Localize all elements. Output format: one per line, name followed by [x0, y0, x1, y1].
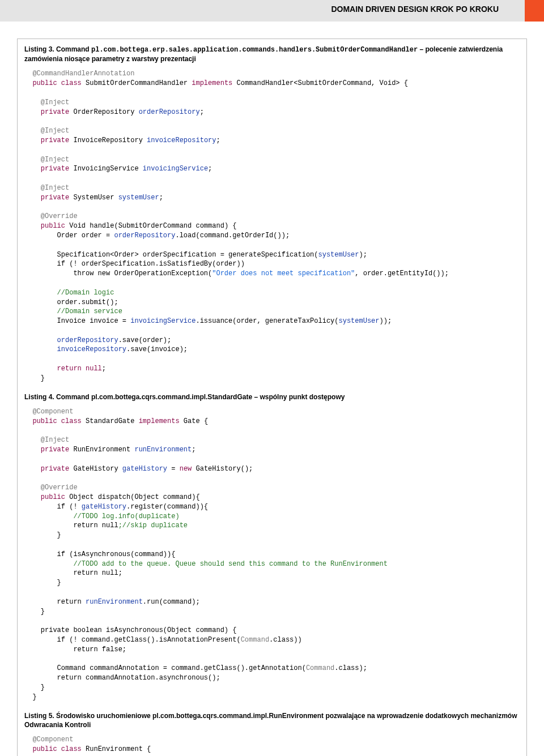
page-header: DOMAIN DRIVEN DESIGN KROK PO KROKU — [0, 0, 544, 22]
listing-4-title: Listing 4. Command pl.com.bottega.cqrs.c… — [24, 392, 520, 402]
listing-container: Listing 3. Command pl.com.bottega.erp.sa… — [17, 39, 527, 756]
listing-3-title: Listing 3. Command pl.com.bottega.erp.sa… — [24, 45, 520, 63]
listing-3-code: @CommandHandlerAnnotation public class S… — [24, 69, 520, 383]
listing-4-code: @Component public class StandardGate imp… — [24, 407, 520, 702]
page-body: Listing 3. Command pl.com.bottega.erp.sa… — [0, 22, 544, 756]
listing-5-title: Listing 5. Środowisko uruchomieniowe pl.… — [24, 711, 520, 729]
header-accent — [525, 0, 544, 22]
listing-5-code: @Component public class RunEnvironment {… — [24, 735, 520, 756]
header-title: DOMAIN DRIVEN DESIGN KROK PO KROKU — [0, 0, 510, 14]
